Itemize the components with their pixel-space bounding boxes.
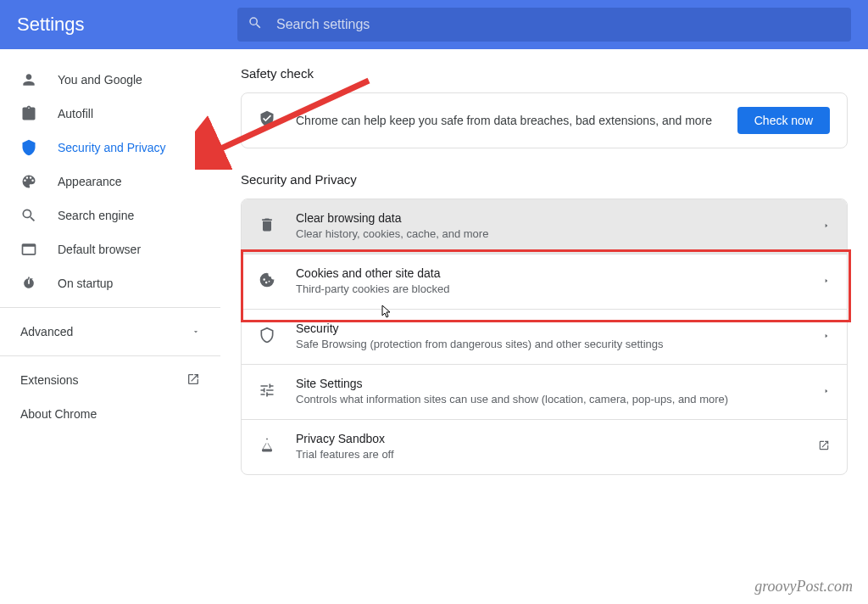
sidebar-item-label: You and Google: [58, 73, 142, 87]
shield-outline-icon: [259, 327, 275, 347]
privacy-list: Clear browsing data Clear history, cooki…: [241, 199, 848, 475]
sidebar-item-label: Appearance: [58, 175, 122, 188]
power-icon: [20, 275, 37, 292]
row-title: Cookies and other site data: [296, 266, 815, 280]
external-link-icon: [818, 439, 830, 455]
row-title: Clear browsing data: [296, 211, 815, 225]
sidebar-item-default-browser[interactable]: Default browser: [0, 232, 220, 266]
chevron-right-icon: [823, 329, 830, 344]
palette-icon: [20, 173, 37, 190]
external-link-icon: [186, 372, 200, 389]
chevron-down-icon: [192, 325, 200, 338]
row-title: Privacy Sandbox: [296, 432, 810, 445]
cookie-icon: [259, 271, 275, 292]
sidebar-item-label: Default browser: [58, 243, 141, 256]
sidebar-item-label: Advanced: [20, 325, 73, 338]
search-container[interactable]: [237, 8, 851, 42]
shield-icon: [20, 139, 37, 156]
row-security[interactable]: Security Safe Browsing (protection from …: [242, 310, 847, 365]
sidebar-item-label: On startup: [58, 277, 113, 290]
sidebar-item-appearance[interactable]: Appearance: [0, 165, 220, 199]
sidebar-item-autofill[interactable]: Autofill: [0, 97, 220, 131]
sidebar-item-security-privacy[interactable]: Security and Privacy: [0, 131, 220, 165]
person-icon: [20, 71, 37, 88]
row-privacy-sandbox[interactable]: Privacy Sandbox Trial features are off: [242, 420, 847, 474]
trash-icon: [259, 216, 275, 237]
chevron-right-icon: [823, 274, 830, 289]
sidebar-item-about-chrome[interactable]: About Chrome: [0, 397, 220, 431]
search-input[interactable]: [276, 17, 841, 32]
search-icon: [20, 207, 37, 224]
check-now-button[interactable]: Check now: [737, 107, 830, 134]
sidebar-item-search-engine[interactable]: Search engine: [0, 199, 220, 232]
row-cookies[interactable]: Cookies and other site data Third-party …: [242, 254, 847, 310]
row-subtitle: Third-party cookies are blocked: [296, 282, 815, 297]
sidebar-item-on-startup[interactable]: On startup: [0, 266, 220, 300]
sidebar-item-label: Autofill: [58, 107, 93, 120]
sidebar-item-you-and-google[interactable]: You and Google: [0, 63, 220, 97]
sidebar-item-label: About Chrome: [20, 407, 97, 421]
watermark: groovyPost.com: [754, 578, 853, 596]
flask-icon: [259, 437, 275, 457]
search-icon: [248, 15, 263, 34]
chevron-right-icon: [823, 219, 830, 234]
row-subtitle: Safe Browsing (protection from dangerous…: [296, 337, 815, 352]
shield-check-icon: [259, 110, 275, 131]
safety-check-card: Chrome can help keep you safe from data …: [241, 92, 848, 148]
row-subtitle: Controls what information sites can use …: [296, 392, 815, 407]
clipboard-icon: [20, 105, 37, 122]
chevron-right-icon: [823, 384, 830, 400]
header: Settings: [0, 0, 868, 49]
page-title: Settings: [17, 14, 237, 36]
divider: [0, 355, 220, 356]
divider: [0, 307, 220, 308]
safety-check-text: Chrome can help keep you safe from data …: [296, 112, 737, 129]
row-title: Site Settings: [296, 377, 815, 390]
sidebar-item-extensions[interactable]: Extensions: [0, 363, 220, 397]
row-subtitle: Clear history, cookies, cache, and more: [296, 226, 815, 242]
sidebar-item-label: Security and Privacy: [58, 141, 166, 154]
security-privacy-heading: Security and Privacy: [241, 172, 848, 187]
sidebar-item-advanced[interactable]: Advanced: [0, 315, 220, 349]
tune-icon: [259, 382, 275, 402]
row-title: Security: [296, 322, 815, 335]
row-site-settings[interactable]: Site Settings Controls what information …: [242, 365, 847, 420]
row-clear-browsing-data[interactable]: Clear browsing data Clear history, cooki…: [242, 199, 847, 254]
sidebar-item-label: Search engine: [58, 209, 134, 222]
sidebar: You and Google Autofill Security and Pri…: [0, 49, 220, 604]
row-subtitle: Trial features are off: [296, 447, 810, 462]
safety-check-heading: Safety check: [241, 66, 848, 81]
content: Safety check Chrome can help keep you sa…: [220, 49, 868, 604]
browser-icon: [20, 241, 37, 258]
sidebar-item-label: Extensions: [20, 373, 78, 387]
